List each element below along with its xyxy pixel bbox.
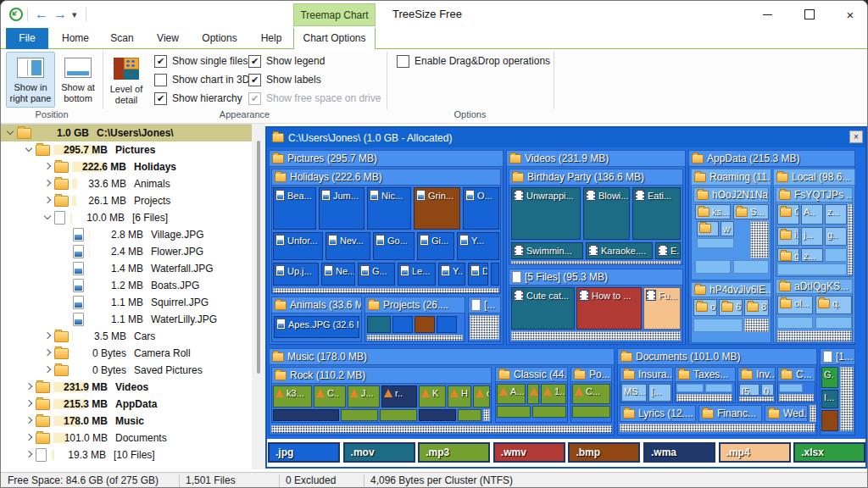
treemap-tile[interactable]: Y.. bbox=[438, 263, 465, 286]
treemap-region-header[interactable]: Taxes... bbox=[675, 367, 736, 382]
treemap-tile[interactable] bbox=[705, 384, 732, 392]
tree-row[interactable]: 0 BytesSaved Pictures bbox=[1, 362, 252, 379]
treemap-tile[interactable] bbox=[392, 316, 413, 333]
checkbox-show-labels[interactable]: ✔Show labels bbox=[248, 73, 321, 86]
tree-row[interactable]: 2.8 MBVillage.JPG bbox=[1, 226, 252, 243]
forward-button[interactable]: → bbox=[53, 4, 67, 25]
tree-row[interactable]: 1.4 MBWaterfall.JPG bbox=[1, 260, 252, 277]
tree-row[interactable]: 10.0 MB[6 Files] bbox=[1, 209, 252, 226]
tab-view[interactable]: View bbox=[147, 28, 189, 49]
treemap-tile[interactable]: Cute cat... bbox=[511, 287, 575, 330]
treemap-tile[interactable] bbox=[341, 409, 378, 421]
tree-row[interactable]: 1.1 MBWaterLilly.JPG bbox=[1, 311, 252, 328]
treemap-region-header[interactable]: [5 Files] (95.3 MB) bbox=[509, 269, 683, 286]
tree-row[interactable]: 26.1 MBProjects bbox=[1, 192, 252, 209]
treemap-region-header[interactable]: Roaming (11... bbox=[691, 169, 771, 186]
tree-row[interactable]: 231.9 MBVideos bbox=[1, 379, 252, 396]
tree-scrollbar[interactable] bbox=[252, 124, 265, 469]
tree-row[interactable]: 222.6 MBHolidays bbox=[1, 158, 252, 175]
treemap-tile[interactable]: Nic... bbox=[367, 187, 411, 230]
tree-row[interactable]: 1.1 MBSquirrel.JPG bbox=[1, 294, 252, 311]
tree-row[interactable]: 215.3 MBAppData bbox=[1, 396, 252, 413]
treemap-tile[interactable]: 5 bbox=[527, 384, 539, 404]
treemap-tile[interactable]: G. bbox=[821, 367, 838, 388]
chevron-right-icon[interactable] bbox=[43, 197, 52, 205]
tree-row[interactable]: 2.4 MBFlower.JPG bbox=[1, 243, 252, 260]
treemap-tile[interactable] bbox=[779, 384, 803, 392]
show-at-bottom-button[interactable]: Show at bottom bbox=[57, 52, 99, 108]
treemap-tile[interactable] bbox=[273, 409, 339, 421]
checkbox-show-single-files[interactable]: ✔Show single files bbox=[154, 54, 248, 68]
treemap-tile[interactable]: K bbox=[419, 385, 446, 408]
treemap-tile[interactable]: S... bbox=[733, 204, 769, 219]
treemap-tile[interactable] bbox=[497, 406, 531, 418]
treemap-tile[interactable]: D bbox=[468, 263, 488, 286]
treemap-region-header[interactable]: C... bbox=[777, 367, 815, 382]
treemap-region-header[interactable]: hP4dvJlv6lE... bbox=[691, 282, 771, 297]
treemap-tile[interactable]: Ne... bbox=[321, 263, 355, 286]
treemap-tile[interactable] bbox=[419, 409, 456, 421]
treemap-tile[interactable]: z... bbox=[801, 248, 823, 262]
treemap-tile[interactable] bbox=[695, 260, 731, 274]
checkbox-show-chart-in-3d[interactable]: Show chart in 3D bbox=[154, 73, 249, 86]
chevron-right-icon[interactable] bbox=[43, 366, 52, 374]
chevron-down-icon[interactable] bbox=[25, 146, 33, 154]
treemap-tile[interactable]: Grin... bbox=[414, 187, 460, 230]
checkbox-box[interactable] bbox=[397, 55, 409, 68]
tree-row[interactable]: 0 BytesCamera Roll bbox=[1, 345, 252, 362]
treemap-tile[interactable] bbox=[572, 406, 610, 418]
treemap-tile[interactable] bbox=[821, 410, 838, 431]
treemap-tile[interactable]: 0. bbox=[761, 384, 774, 396]
tab-help[interactable]: Help bbox=[250, 28, 292, 49]
treemap-tile[interactable]: G... bbox=[358, 263, 395, 286]
treemap-tile[interactable]: k3... bbox=[273, 385, 312, 408]
treemap-region-header[interactable]: Local (98.6... bbox=[773, 169, 855, 186]
treemap-tile[interactable]: A... bbox=[497, 384, 526, 404]
tab-file[interactable]: File bbox=[6, 28, 48, 49]
treemap-tile[interactable]: [... bbox=[648, 384, 671, 402]
treemap-tile[interactable] bbox=[733, 260, 769, 274]
scrollbar-thumb[interactable] bbox=[257, 141, 260, 374]
treemap-tile[interactable] bbox=[532, 406, 566, 418]
treemap-tile[interactable]: Bea... bbox=[273, 187, 316, 230]
treemap-tile[interactable]: C bbox=[777, 204, 799, 225]
treemap-region-header[interactable]: Po... bbox=[570, 367, 612, 382]
treemap-tile[interactable]: Y... bbox=[457, 232, 499, 260]
treemap-tile[interactable] bbox=[676, 384, 704, 392]
chevron-right-icon[interactable] bbox=[43, 163, 52, 171]
treemap-region-header[interactable]: aDtIQgKS... bbox=[776, 279, 853, 294]
treemap-tile[interactable]: q. bbox=[815, 296, 852, 314]
tree-row[interactable]: 1.2 MBBoats.JPG bbox=[1, 277, 252, 294]
treemap-tile[interactable]: Gi... bbox=[417, 232, 454, 260]
treemap-tile[interactable] bbox=[491, 263, 499, 286]
chevron-right-icon[interactable] bbox=[25, 434, 33, 442]
treemap-tile[interactable] bbox=[458, 409, 481, 421]
treemap-tile[interactable] bbox=[693, 319, 743, 332]
chevron-right-icon[interactable] bbox=[25, 383, 33, 391]
checkbox-enable-drag-drop-operations[interactable]: Enable Drag&Drop operations bbox=[397, 54, 550, 68]
level-of-detail-button[interactable]: Level of detail bbox=[106, 52, 147, 108]
treemap-tile[interactable]: Unwrappi... bbox=[511, 187, 581, 240]
treemap-tile[interactable]: Le... bbox=[398, 263, 436, 286]
treemap-tile[interactable]: o. bbox=[693, 299, 717, 316]
treemap-tile[interactable]: O... bbox=[463, 187, 499, 230]
treemap-tile[interactable]: Karaoke.... bbox=[586, 242, 653, 259]
treemap-region-header[interactable]: Birthday Party (136.6 MB) bbox=[509, 169, 683, 186]
treemap-tile[interactable]: z... bbox=[825, 204, 847, 225]
treemap-tile[interactable]: 8 bbox=[744, 299, 769, 316]
treemap-tile[interactable]: ks... bbox=[695, 204, 731, 219]
treemap-region-header[interactable]: [1... bbox=[820, 348, 855, 365]
treemap-tile[interactable]: MS... bbox=[621, 384, 647, 402]
treemap-region-header[interactable]: Financ... bbox=[698, 405, 762, 422]
treemap-region-header[interactable]: Animals (33.6 MB) bbox=[271, 297, 362, 313]
show-in-right-pane-button[interactable]: Show in right pane bbox=[6, 52, 55, 108]
treemap-tile[interactable]: w bbox=[721, 221, 734, 236]
treemap-region-header[interactable]: Documents (101.0 MB) bbox=[617, 348, 817, 365]
treemap-region-header[interactable]: Pictures (295.7 MB) bbox=[269, 150, 504, 167]
checkbox-box[interactable]: ✔ bbox=[154, 92, 167, 105]
checkbox-box[interactable] bbox=[154, 74, 167, 86]
treemap-tile[interactable] bbox=[437, 316, 457, 333]
treemap-tile[interactable] bbox=[380, 409, 417, 421]
treemap-tile[interactable]: C... bbox=[572, 384, 610, 404]
treemap-tile[interactable]: j... bbox=[801, 227, 823, 246]
